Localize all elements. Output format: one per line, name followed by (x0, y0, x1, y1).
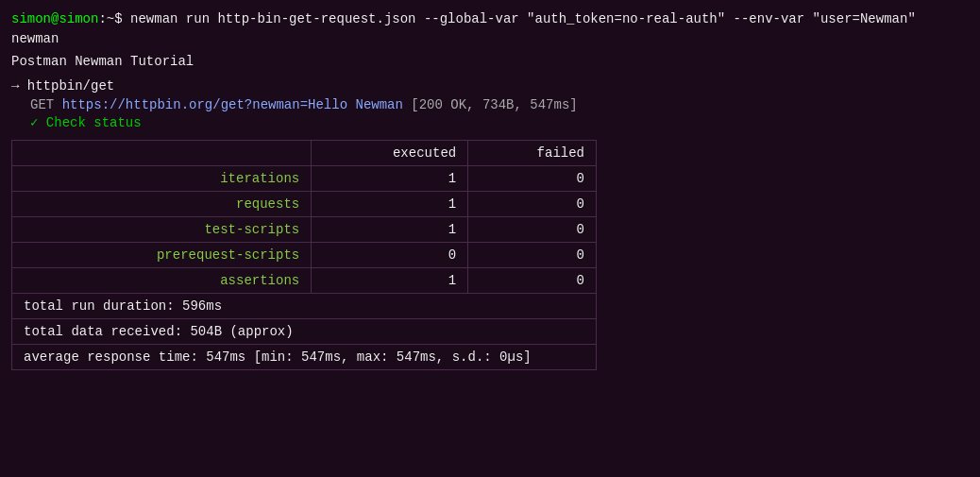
get-keyword: GET (30, 97, 54, 112)
get-url: https://httpbin.org/get?newman=Hello New… (62, 97, 403, 112)
table-row: iterations10 (12, 166, 597, 192)
summary-run-duration-row: total run duration: 596ms (12, 294, 597, 319)
row-failed-cell: 0 (468, 243, 597, 268)
results-table: executed failed iterations10requests10te… (11, 140, 597, 370)
prompt-path: :~ (98, 11, 114, 26)
row-executed-cell: 1 (312, 192, 468, 217)
arrow-section: → httpbin/get (11, 78, 969, 94)
summary-run-duration: total run duration: 596ms (12, 294, 597, 319)
row-executed-cell: 1 (312, 268, 468, 294)
newman-label: newman (11, 31, 969, 46)
row-label-cell: test-scripts (12, 217, 312, 243)
row-executed-cell: 0 (312, 243, 468, 268)
row-label-cell: requests (12, 192, 312, 217)
summary-data-received: total data received: 504B (approx) (12, 319, 597, 345)
check-label: Check status (46, 115, 142, 130)
check-mark-icon: ✓ (30, 115, 38, 130)
check-line: ✓ Check status (11, 114, 969, 130)
prompt-user: simon@simon (11, 11, 98, 26)
command-text: newman run http-bin-get-request.json --g… (123, 11, 916, 26)
collection-path: httpbin/get (27, 78, 114, 94)
table-row: assertions10 (12, 268, 597, 294)
tutorial-title: Postman Newman Tutorial (11, 54, 969, 69)
terminal-window: simon@simon:~$ newman run http-bin-get-r… (11, 9, 969, 370)
arrow-icon: → (11, 78, 19, 94)
col-header-failed: failed (468, 141, 597, 166)
row-label-cell: prerequest-scripts (12, 243, 312, 268)
row-executed-cell: 1 (312, 217, 468, 243)
get-line: GET https://httpbin.org/get?newman=Hello… (11, 97, 969, 112)
row-label-cell: iterations (12, 166, 312, 192)
get-status: [200 OK, 734B, 547ms] (411, 97, 577, 112)
results-table-container: executed failed iterations10requests10te… (11, 140, 969, 370)
row-failed-cell: 0 (468, 192, 597, 217)
table-row: test-scripts10 (12, 217, 597, 243)
summary-data-received-row: total data received: 504B (approx) (12, 319, 597, 345)
row-failed-cell: 0 (468, 217, 597, 243)
prompt-line: simon@simon:~$ newman run http-bin-get-r… (11, 9, 969, 29)
summary-avg-response-row: average response time: 547ms [min: 547ms… (12, 345, 597, 370)
prompt-symbol: $ (114, 11, 122, 26)
row-failed-cell: 0 (468, 268, 597, 294)
row-failed-cell: 0 (468, 166, 597, 192)
col-header-executed: executed (312, 141, 468, 166)
table-row: requests10 (12, 192, 597, 217)
row-label-cell: assertions (12, 268, 312, 294)
col-header-label (12, 141, 312, 166)
table-header-row: executed failed (12, 141, 597, 166)
table-row: prerequest-scripts00 (12, 243, 597, 268)
summary-avg-response: average response time: 547ms [min: 547ms… (12, 345, 597, 370)
row-executed-cell: 1 (312, 166, 468, 192)
